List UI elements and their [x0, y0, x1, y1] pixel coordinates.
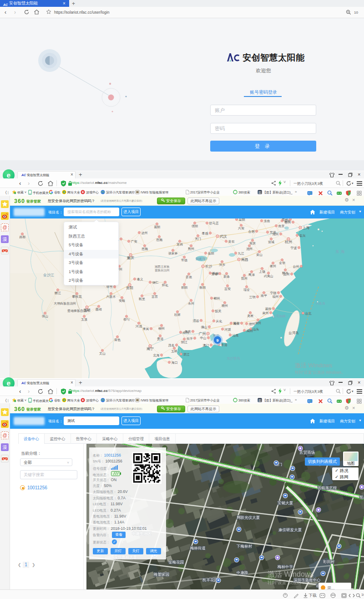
- svg-text:长沙: 长沙: [205, 264, 213, 269]
- svg-text:台湾海峡: 台湾海峡: [272, 314, 286, 318]
- svg-text:东 海: 东 海: [335, 249, 345, 254]
- svg-text:台州: 台州: [293, 265, 299, 269]
- svg-text:佛山: 佛山: [201, 325, 207, 329]
- svg-text:武夷山: 武夷山: [264, 274, 273, 278]
- svg-text:福州: 福州: [273, 295, 279, 299]
- svg-text:转到"设置"以激活 Windows。: 转到"设置"以激活 Windows。: [295, 370, 345, 375]
- svg-text:恩施: 恩施: [142, 247, 148, 250]
- svg-text:上海: 上海: [302, 226, 310, 230]
- svg-text:莆田: 莆田: [265, 307, 272, 311]
- svg-text:萍乡: 萍乡: [219, 263, 225, 267]
- svg-text:三明: 三明: [249, 295, 256, 299]
- svg-text:常德: 常德: [181, 259, 187, 262]
- svg-text:上饶: 上饶: [259, 270, 265, 274]
- svg-text:来宾: 来宾: [143, 327, 149, 331]
- svg-text:合肥: 合肥: [248, 230, 255, 234]
- svg-text:宣城: 宣城: [268, 240, 274, 244]
- svg-text:图: 图: [258, 191, 262, 194]
- svg-text:阳江: 阳江: [181, 340, 187, 344]
- svg-text:汕尾: 汕尾: [232, 334, 239, 337]
- svg-text:都匀: 都匀: [123, 318, 130, 321]
- svg-text:广安: 广安: [131, 240, 137, 243]
- svg-text:9: 9: [216, 338, 218, 343]
- svg-text:达州: 达州: [142, 231, 148, 234]
- svg-text:网联光仪大厦: 网联光仪大厦: [237, 515, 260, 520]
- svg-text:金沙江: 金沙江: [43, 273, 54, 277]
- svg-text:保山: 保山: [42, 315, 48, 318]
- svg-text:转到"设置"以激活 Windows。: 转到"设置"以激活 Windows。: [268, 580, 324, 585]
- svg-text:新余: 新余: [223, 274, 230, 279]
- svg-text:恩施: 恩施: [156, 238, 163, 241]
- svg-text:南平: 南平: [261, 294, 267, 297]
- svg-text:澳门: 澳门: [203, 344, 209, 347]
- svg-text:安庆: 安庆: [249, 242, 256, 245]
- svg-text:九江: 九江: [238, 252, 244, 255]
- svg-text:从化: 从化: [216, 320, 222, 323]
- svg-text:茂名: 茂名: [168, 344, 175, 347]
- svg-text:揭阳: 揭阳: [247, 329, 253, 333]
- svg-text:驻马店: 驻马店: [209, 221, 219, 225]
- svg-text:笔架山: 笔架山: [359, 495, 364, 499]
- svg-text:南昌: 南昌: [241, 258, 248, 262]
- svg-text:信阳: 信阳: [192, 224, 198, 228]
- svg-text:荆州: 荆州: [188, 247, 194, 250]
- svg-text:龙岩: 龙岩: [247, 314, 253, 318]
- svg-text:丽江: 丽江: [55, 291, 61, 295]
- svg-text:激活 Windows: 激活 Windows: [268, 570, 313, 578]
- svg-text:苗族自治州: 苗族自治州: [155, 269, 170, 272]
- svg-text:抚州: 抚州: [241, 277, 248, 280]
- svg-text:芜湖: 芜湖: [270, 231, 276, 234]
- svg-text:台湾岛: 台湾岛: [288, 331, 299, 335]
- svg-text:郴州: 郴州: [214, 297, 220, 300]
- svg-text:河源: 河源: [224, 328, 231, 331]
- svg-text:广州: 广州: [199, 332, 206, 336]
- svg-text:清远: 清远: [193, 319, 199, 323]
- svg-text:六盘水: 六盘水: [106, 295, 116, 298]
- svg-text:安顺: 安顺: [119, 299, 125, 302]
- svg-text:重庆: 重庆: [126, 256, 134, 260]
- svg-text:大理白族自治州: 大理白族自治州: [54, 302, 76, 305]
- svg-text:金梅花园: 金梅花园: [168, 560, 184, 564]
- svg-text:张家界: 张家界: [168, 252, 178, 255]
- svg-text:富贸商场: 富贸商场: [299, 450, 315, 455]
- svg-text:玉溪: 玉溪: [81, 318, 87, 321]
- svg-text:韶关: 韶关: [215, 309, 222, 313]
- svg-text:富苑茶艺馆: 富苑茶艺馆: [318, 486, 337, 490]
- svg-text:娄底: 娄底: [186, 275, 192, 279]
- svg-text:下梅林村: 下梅林村: [236, 544, 253, 548]
- svg-text:湘西土家族: 湘西土家族: [155, 265, 170, 269]
- svg-text:岳阳: 岳阳: [208, 252, 214, 255]
- svg-text:肇庆: 肇庆: [185, 330, 191, 333]
- svg-text:宜昌: 宜昌: [177, 243, 183, 246]
- svg-text:桂林: 桂林: [174, 313, 181, 316]
- svg-text:六安: 六安: [238, 227, 244, 230]
- svg-text:湛江: 湛江: [183, 353, 190, 356]
- svg-text:河池: 河池: [135, 325, 142, 328]
- svg-text:淮南: 淮南: [264, 219, 270, 223]
- svg-text:柳州: 柳州: [158, 327, 165, 330]
- svg-text:阜阳: 阜阳: [239, 218, 245, 222]
- svg-text:金华: 金华: [279, 261, 285, 265]
- svg-text:雕塑家园: 雕塑家园: [153, 572, 169, 577]
- svg-text:孝感: 孝感: [202, 232, 208, 235]
- svg-text:梅林中学: 梅林中学: [277, 564, 293, 569]
- svg-text:云浮: 云浮: [187, 337, 193, 340]
- svg-text:东沙群岛: 东沙群岛: [227, 356, 240, 360]
- svg-text:楚雄彝族自治州: 楚雄彝族自治州: [67, 309, 90, 313]
- svg-text:嘉兴: 嘉兴: [299, 234, 306, 238]
- svg-text:曲靖: 曲靖: [96, 308, 102, 311]
- svg-text:吉安: 吉安: [224, 287, 231, 291]
- svg-text:梅林街道: 梅林街道: [190, 546, 206, 550]
- svg-text:常州: 常州: [282, 218, 288, 221]
- svg-text:襄阳: 襄阳: [154, 225, 160, 229]
- svg-text:吉首: 吉首: [152, 295, 158, 299]
- svg-text:天门: 天门: [195, 237, 201, 240]
- svg-text:贵港: 贵港: [157, 337, 164, 341]
- svg-text:衢州: 衢州: [270, 264, 276, 268]
- svg-text:宁波: 宁波: [291, 246, 297, 250]
- svg-text:鹰潭: 鹰潭: [248, 273, 255, 277]
- svg-text:昌都: 昌都: [19, 235, 25, 239]
- svg-text:瑞金: 瑞金: [243, 288, 250, 291]
- svg-text:漳州: 漳州: [255, 321, 261, 325]
- svg-text:汕头: 汕头: [253, 328, 259, 331]
